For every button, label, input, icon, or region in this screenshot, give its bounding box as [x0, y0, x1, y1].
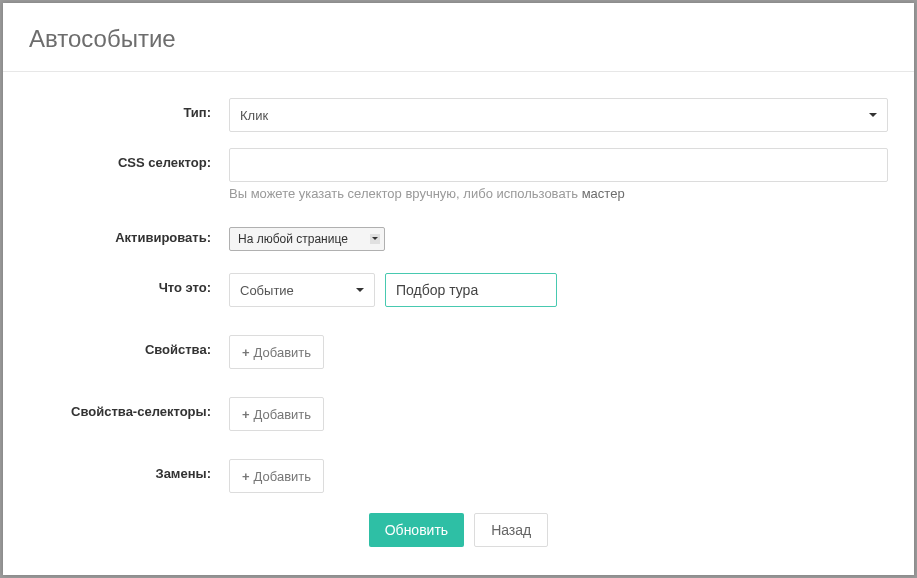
label-properties: Свойства:: [29, 335, 229, 357]
update-button[interactable]: Обновить: [369, 513, 464, 547]
row-selector-properties: Свойства-селекторы: + Добавить: [29, 397, 888, 431]
label-type: Тип:: [29, 98, 229, 120]
css-selector-helper: Вы можете указать селектор вручную, либо…: [229, 186, 888, 201]
row-replacements: Замены: + Добавить: [29, 459, 888, 493]
add-selector-property-label: Добавить: [254, 407, 311, 422]
modal-body: Тип: Клик CSS селектор: Вы можете указат…: [3, 72, 914, 577]
row-what-is: Что это: Событие: [29, 273, 888, 307]
css-selector-input[interactable]: [229, 148, 888, 182]
activate-select[interactable]: На любой странице: [229, 227, 385, 251]
label-selector-properties: Свойства-селекторы:: [29, 397, 229, 419]
wizard-link[interactable]: мастер: [582, 186, 625, 201]
row-css-selector: CSS селектор: Вы можете указать селектор…: [29, 148, 888, 201]
what-is-name-input[interactable]: [385, 273, 557, 307]
add-replacement-button[interactable]: + Добавить: [229, 459, 324, 493]
add-replacement-label: Добавить: [254, 469, 311, 484]
label-what-is: Что это:: [29, 273, 229, 295]
type-select[interactable]: Клик: [229, 98, 888, 132]
plus-icon: +: [242, 469, 250, 484]
label-activate: Активировать:: [29, 227, 229, 245]
back-button[interactable]: Назад: [474, 513, 548, 547]
plus-icon: +: [242, 407, 250, 422]
add-property-label: Добавить: [254, 345, 311, 360]
add-selector-property-button[interactable]: + Добавить: [229, 397, 324, 431]
modal-title: Автособытие: [29, 25, 888, 53]
label-css-selector: CSS селектор:: [29, 148, 229, 170]
what-is-kind-select[interactable]: Событие: [229, 273, 375, 307]
plus-icon: +: [242, 345, 250, 360]
row-activate: Активировать: На любой странице: [29, 227, 888, 251]
label-replacements: Замены:: [29, 459, 229, 481]
helper-text-prefix: Вы можете указать селектор вручную, либо…: [229, 186, 582, 201]
row-properties: Свойства: + Добавить: [29, 335, 888, 369]
modal-header: Автособытие: [3, 3, 914, 72]
footer-actions: Обновить Назад: [29, 509, 888, 567]
autoevent-modal: Автособытие Тип: Клик CSS селектор: Вы м…: [3, 3, 914, 575]
row-type: Тип: Клик: [29, 98, 888, 132]
add-property-button[interactable]: + Добавить: [229, 335, 324, 369]
